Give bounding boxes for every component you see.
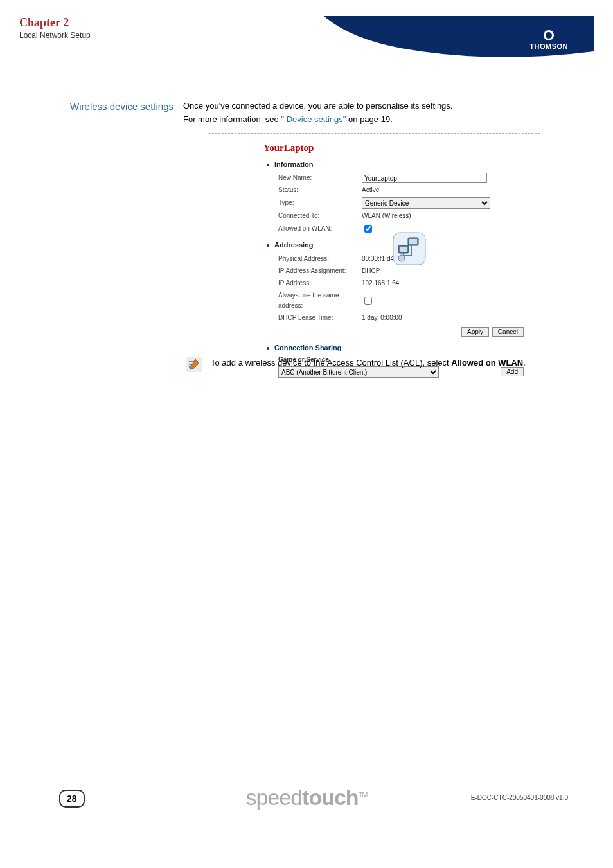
logo-tm: TM (359, 791, 368, 799)
phys-addr-label: Physical Address: (278, 254, 362, 264)
device-title: YourLaptop (263, 140, 540, 155)
note-pre: To add a wireless device to the Access C… (211, 358, 451, 368)
new-name-label: New Name: (278, 173, 362, 183)
status-label: Status: (278, 185, 362, 195)
section-label: Wireless device settings (19, 100, 173, 113)
intro-pre: For more information, see (183, 114, 281, 124)
ip-addr-value: 192.168.1.64 (362, 278, 399, 288)
allowed-wlan-label: Allowed on WLAN: (278, 224, 362, 234)
cancel-button[interactable]: Cancel (492, 327, 524, 337)
note-bold: Allowed on WLAN (451, 358, 523, 368)
document-id: E-DOC-CTC-20050401-0008 v1.0 (471, 794, 568, 801)
lease-value: 1 day, 0:00:00 (362, 313, 402, 323)
svg-rect-2 (409, 239, 417, 244)
ip-addr-label: IP Address: (278, 278, 362, 288)
type-label: Type: (278, 198, 362, 208)
new-name-input[interactable] (362, 173, 487, 183)
device-settings-panel: YourLaptop Information New Name: Status:… (209, 133, 540, 378)
same-addr-checkbox[interactable] (364, 297, 372, 305)
information-heading: Information (267, 159, 540, 171)
ip-assign-label: IP Address Assignment: (278, 266, 362, 276)
type-select[interactable]: Generic Device (362, 197, 490, 209)
intro-line-2: For more information, see " Device setti… (183, 113, 549, 127)
connected-to-label: Connected To: (278, 211, 362, 221)
logo-touch: touch (302, 785, 359, 810)
connected-to-value: WLAN (Wireless) (362, 211, 411, 221)
thomson-brand-text: THOMSON (529, 42, 568, 50)
apply-button[interactable]: Apply (461, 327, 489, 337)
status-value: Active (362, 185, 379, 195)
svg-point-5 (398, 255, 405, 261)
connection-sharing-heading: Connection Sharing (267, 342, 540, 354)
note-text: To add a wireless device to the Access C… (211, 357, 526, 369)
thomson-logo: THOMSON (529, 30, 568, 50)
svg-rect-4 (400, 247, 407, 252)
ip-assign-value: DHCP (362, 266, 380, 276)
logo-speed: speed (245, 785, 302, 810)
horizontal-rule (183, 87, 543, 87)
thomson-icon (544, 30, 554, 40)
note-pencil-icon (186, 357, 202, 372)
device-computer-icon (392, 231, 427, 267)
lease-label: DHCP Lease Time: (278, 313, 362, 323)
intro-line-1: Once you've connected a device, you are … (183, 100, 549, 113)
device-settings-link[interactable]: " Device settings" (281, 114, 346, 124)
same-addr-label: Always use the same address: (278, 290, 362, 311)
intro-post: on page 19. (346, 114, 392, 124)
note-post: . (523, 358, 526, 368)
allowed-wlan-checkbox[interactable] (364, 225, 372, 233)
